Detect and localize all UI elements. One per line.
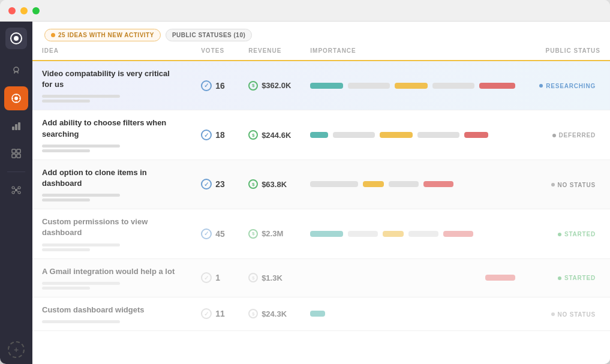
status-badge: DEFERRED <box>548 130 600 141</box>
svg-rect-11 <box>18 122 20 130</box>
sidebar-add-button[interactable]: + <box>8 341 25 358</box>
importance-bars <box>310 83 515 89</box>
sidebar-item-board[interactable] <box>4 142 28 166</box>
status-cell: STARTED <box>525 258 610 297</box>
vote-icon: ✓ <box>201 228 212 239</box>
revenue-value: $244.6K <box>262 131 291 140</box>
table-header-row: IDEA VOTES REVENUE IMPORTANCE PUBLIC STA… <box>32 41 610 61</box>
vote-icon: ✓ <box>201 308 212 319</box>
status-label: NO STATUS <box>558 182 596 188</box>
idea-progress-bars <box>42 194 182 201</box>
sidebar-item-ideas[interactable] <box>4 59 28 83</box>
status-cell: RESEARCHING <box>525 61 610 110</box>
status-label: STARTED <box>564 275 596 281</box>
status-label: STARTED <box>564 231 596 237</box>
votes-cell: ✓ 16 <box>191 61 239 110</box>
svg-point-17 <box>12 186 14 189</box>
idea-title: Video compatability is very critical for… <box>42 68 182 90</box>
importance-bars <box>310 181 515 187</box>
importance-bars <box>310 275 515 281</box>
idea-progress-bars <box>42 320 182 323</box>
vote-count: 23 <box>215 179 225 189</box>
votes-cell: ✓ 45 <box>191 209 239 258</box>
activity-label: 25 IDEAS WITH NEW ACTIVITY <box>58 32 154 38</box>
idea-cell: Add ability to choose filters when searc… <box>32 110 191 160</box>
table-row[interactable]: Custom dashboard widgets ✓ 11 $ $24.3K <box>32 297 610 330</box>
vote-icon: ✓ <box>201 130 212 140</box>
close-button[interactable] <box>8 7 16 14</box>
status-badge: NO STATUS <box>546 179 601 191</box>
main-content: 25 IDEAS WITH NEW ACTIVITY PUBLIC STATUS… <box>32 22 610 364</box>
top-bar: 25 IDEAS WITH NEW ACTIVITY PUBLIC STATUS… <box>32 22 610 41</box>
sidebar-item-explore[interactable] <box>4 86 28 110</box>
revenue-icon: $ <box>248 81 258 91</box>
table-row[interactable]: A Gmail integration would help a lot ✓ 1… <box>32 258 610 297</box>
activity-badge[interactable]: 25 IDEAS WITH NEW ACTIVITY <box>44 29 161 41</box>
idea-cell: Custom permissions to view dashboard <box>32 209 191 258</box>
vote-count: 45 <box>215 229 225 239</box>
sidebar-item-stats[interactable] <box>4 114 28 138</box>
idea-title: Custom permissions to view dashboard <box>42 216 182 238</box>
table-row[interactable]: Video compatability is very critical for… <box>32 61 610 110</box>
revenue-cell: $ $24.3K <box>239 297 301 330</box>
importance-cell <box>301 258 525 297</box>
sidebar-divider <box>7 172 25 172</box>
sidebar: + <box>0 22 32 364</box>
revenue-value: $2.3M <box>262 229 283 238</box>
idea-title: A Gmail integration would help a lot <box>42 266 182 277</box>
revenue-cell: $ $1.3K <box>239 258 301 297</box>
importance-cell <box>301 160 525 209</box>
sidebar-item-integrations[interactable] <box>4 178 28 202</box>
status-badge: RESEARCHING <box>534 80 600 92</box>
status-filter-badge[interactable]: PUBLIC STATUSES (10) <box>166 29 252 41</box>
importance-cell <box>301 297 525 330</box>
votes-cell: ✓ 18 <box>191 110 239 160</box>
revenue-cell: $ $244.6K <box>239 110 301 160</box>
app-body: + 25 IDEAS WITH NEW ACTIVITY PUBLIC STAT… <box>0 22 610 364</box>
idea-cell: Video compatability is very critical for… <box>32 61 191 110</box>
svg-line-22 <box>17 188 18 189</box>
vote-count: 18 <box>215 130 225 140</box>
importance-bars <box>310 231 515 237</box>
svg-rect-14 <box>12 154 16 158</box>
revenue-cell: $ $63.8K <box>239 160 301 209</box>
svg-rect-13 <box>17 149 20 153</box>
title-bar <box>0 0 610 22</box>
minimize-button[interactable] <box>20 7 28 14</box>
idea-progress-bars <box>42 282 182 290</box>
revenue-icon: $ <box>248 309 258 318</box>
revenue-value: $24.3K <box>262 309 287 318</box>
svg-point-20 <box>18 191 20 194</box>
svg-line-24 <box>17 191 18 192</box>
importance-bars <box>310 311 515 317</box>
idea-cell: Custom dashboard widgets <box>32 297 191 330</box>
status-cell: NO STATUS <box>525 160 610 209</box>
idea-progress-bars <box>42 145 182 152</box>
maximize-button[interactable] <box>32 7 40 14</box>
table-row[interactable]: Custom permissions to view dashboard ✓ 4… <box>32 209 610 258</box>
revenue-icon: $ <box>248 130 258 140</box>
status-badge: NO STATUS <box>546 309 601 320</box>
idea-cell: Add option to clone items in dashboard <box>32 160 191 209</box>
svg-point-19 <box>12 191 14 194</box>
svg-line-21 <box>14 188 16 189</box>
status-cell: DEFERRED <box>525 110 610 160</box>
importance-bars <box>310 132 515 138</box>
table-row[interactable]: Add ability to choose filters when searc… <box>32 110 610 160</box>
svg-rect-12 <box>12 149 16 153</box>
status-filter-label: PUBLIC STATUSES (10) <box>172 32 245 38</box>
status-dot <box>551 183 555 186</box>
status-cell: NO STATUS <box>525 297 610 330</box>
status-dot <box>552 134 556 137</box>
col-header-status: PUBLIC STATUS <box>525 41 610 61</box>
status-dot <box>558 233 561 236</box>
svg-point-1 <box>14 36 19 41</box>
col-header-idea: IDEA <box>32 41 191 61</box>
status-cell: STARTED <box>525 209 610 258</box>
vote-count: 1 <box>215 273 220 282</box>
importance-cell <box>301 61 525 110</box>
activity-dot <box>51 33 55 37</box>
idea-title: Add ability to choose filters when searc… <box>42 118 182 139</box>
status-label: DEFERRED <box>559 132 596 139</box>
table-row[interactable]: Add option to clone items in dashboard ✓… <box>32 160 610 209</box>
